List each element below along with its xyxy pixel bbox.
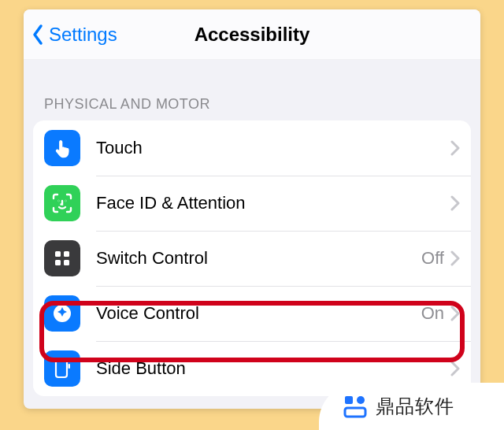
row-switch-control[interactable]: Switch Control Off bbox=[33, 231, 471, 286]
chevron-right-icon bbox=[450, 306, 460, 321]
row-status: Off bbox=[421, 248, 444, 269]
svg-point-10 bbox=[357, 396, 365, 404]
nav-bar: Settings Accessibility bbox=[24, 9, 480, 60]
settings-list: Touch Face ID & Attention Switch Control… bbox=[33, 120, 471, 396]
chevron-right-icon bbox=[450, 250, 460, 266]
touch-icon bbox=[44, 130, 80, 166]
section-header: PHYSICAL AND MOTOR bbox=[24, 60, 480, 120]
row-label: Switch Control bbox=[96, 248, 421, 269]
voice-control-icon bbox=[44, 295, 80, 332]
row-label: Voice Control bbox=[96, 303, 421, 324]
stage: Settings Accessibility PHYSICAL AND MOTO… bbox=[0, 0, 504, 430]
chevron-right-icon bbox=[450, 195, 460, 211]
row-label: Touch bbox=[96, 138, 450, 158]
switch-control-icon bbox=[44, 240, 80, 276]
svg-rect-3 bbox=[64, 251, 69, 257]
side-button-icon bbox=[44, 350, 80, 387]
watermark-logo-icon bbox=[343, 394, 368, 419]
back-label: Settings bbox=[49, 24, 117, 46]
row-label: Face ID & Attention bbox=[96, 193, 450, 213]
row-touch[interactable]: Touch bbox=[33, 120, 471, 176]
svg-rect-8 bbox=[69, 364, 71, 369]
svg-rect-9 bbox=[345, 396, 353, 404]
svg-rect-4 bbox=[55, 260, 61, 265]
faceid-icon bbox=[44, 185, 80, 221]
back-button[interactable]: Settings bbox=[24, 24, 117, 46]
svg-rect-7 bbox=[56, 360, 67, 377]
svg-rect-2 bbox=[55, 251, 61, 257]
watermark: 鼎品软件 bbox=[319, 383, 504, 430]
row-status: On bbox=[421, 303, 444, 324]
settings-panel: Settings Accessibility PHYSICAL AND MOTO… bbox=[24, 9, 480, 409]
svg-rect-11 bbox=[345, 408, 365, 417]
chevron-left-icon bbox=[32, 24, 44, 46]
watermark-text: 鼎品软件 bbox=[376, 394, 454, 419]
row-voice-control[interactable]: Voice Control On bbox=[33, 286, 471, 341]
svg-rect-5 bbox=[64, 260, 69, 265]
chevron-right-icon bbox=[450, 140, 460, 156]
row-label: Side Button bbox=[96, 358, 450, 379]
chevron-right-icon bbox=[450, 361, 460, 376]
row-faceid[interactable]: Face ID & Attention bbox=[33, 176, 471, 231]
